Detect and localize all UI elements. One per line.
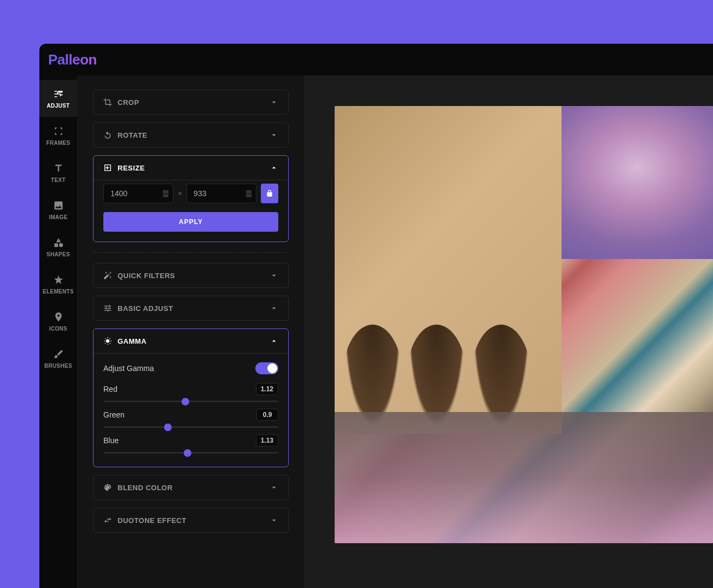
app-window: Palleon ADJUST FRAMES TEXT IMAGE SHAPES xyxy=(39,44,713,588)
sidebar-label: SHAPES xyxy=(46,251,70,257)
adjust-panel: CROP ROTATE RESIZE xyxy=(78,75,304,588)
basic-adjust-accordion[interactable]: BASIC ADJUST xyxy=(93,296,289,321)
sidebar-item-elements[interactable]: ELEMENTS xyxy=(39,266,77,303)
crop-title: CROP xyxy=(118,98,139,107)
crop-accordion[interactable]: CROP xyxy=(93,90,289,115)
resize-header[interactable]: RESIZE xyxy=(93,156,288,180)
text-icon xyxy=(53,163,64,174)
blue-slider[interactable] xyxy=(103,452,278,454)
gamma-body: Adjust Gamma Red 1.12 xyxy=(93,353,288,467)
resize-body: × APPLY xyxy=(93,180,288,242)
sliders-icon xyxy=(53,89,64,99)
image-decoration xyxy=(335,412,713,543)
green-label: Green xyxy=(103,410,125,419)
green-slider-group: Green 0.9 xyxy=(103,405,278,431)
panel-divider xyxy=(93,252,289,253)
blue-value: 1.13 xyxy=(256,434,278,446)
sidebar-item-icons[interactable]: ICONS xyxy=(39,303,77,340)
blend-color-title: BLEND COLOR xyxy=(118,484,173,492)
sidebar-item-text[interactable]: TEXT xyxy=(39,154,77,191)
rotate-accordion[interactable]: ROTATE xyxy=(93,122,289,148)
blue-label: Blue xyxy=(103,436,119,445)
red-thumb[interactable] xyxy=(182,398,189,405)
green-value: 0.9 xyxy=(256,409,278,421)
duotone-header[interactable]: DUOTONE EFFECT xyxy=(93,508,288,532)
titlebar: Palleon xyxy=(39,44,713,75)
basic-adjust-header[interactable]: BASIC ADJUST xyxy=(93,296,288,320)
resize-accordion: RESIZE × xyxy=(93,155,289,242)
sidebar-label: BRUSHES xyxy=(44,363,72,369)
green-thumb[interactable] xyxy=(164,424,172,431)
gamma-toggle-row: Adjust Gamma xyxy=(103,357,278,380)
resize-title: RESIZE xyxy=(118,164,145,172)
swap-icon xyxy=(103,516,112,525)
gamma-title: GAMMA xyxy=(118,337,147,345)
sidebar-item-frames[interactable]: FRAMES xyxy=(39,117,77,154)
chevron-up-icon xyxy=(270,337,278,345)
crop-icon xyxy=(103,98,112,107)
shapes-icon xyxy=(53,237,64,248)
dimension-separator: × xyxy=(178,189,182,198)
sidebar-item-shapes[interactable]: SHAPES xyxy=(39,228,77,266)
green-slider[interactable] xyxy=(103,426,278,428)
height-spinner[interactable] xyxy=(246,190,252,197)
duotone-accordion[interactable]: DUOTONE EFFECT xyxy=(93,508,289,533)
chevron-up-icon xyxy=(270,163,278,172)
palette-icon xyxy=(103,483,112,492)
red-value: 1.12 xyxy=(256,383,278,395)
gamma-toggle-label: Adjust Gamma xyxy=(103,364,154,373)
rotate-header[interactable]: ROTATE xyxy=(93,123,288,147)
pin-icon xyxy=(53,311,64,322)
brightness-icon xyxy=(103,337,112,345)
sidebar-label: ELEMENTS xyxy=(43,289,74,295)
tune-icon xyxy=(103,304,112,313)
chevron-down-icon xyxy=(270,271,278,280)
chevron-down-icon xyxy=(270,516,278,525)
brush-icon xyxy=(53,349,64,360)
lock-icon xyxy=(266,190,273,197)
blend-color-accordion[interactable]: BLEND COLOR xyxy=(93,475,289,500)
frame-icon xyxy=(53,126,64,137)
height-input[interactable] xyxy=(194,189,246,198)
red-slider-group: Red 1.12 xyxy=(103,380,278,405)
red-label: Red xyxy=(103,385,118,393)
quick-filters-title: QUICK FILTERS xyxy=(118,272,175,280)
canvas-area[interactable] xyxy=(304,75,713,588)
width-input-wrap xyxy=(103,184,173,203)
sidebar-item-adjust[interactable]: ADJUST xyxy=(39,80,77,117)
duotone-title: DUOTONE EFFECT xyxy=(118,516,186,525)
brand-logo: Palleon xyxy=(48,51,97,68)
blue-slider-group: Blue 1.13 xyxy=(103,431,278,457)
apply-button[interactable]: APPLY xyxy=(103,212,278,232)
rotate-icon xyxy=(103,131,112,139)
blue-thumb[interactable] xyxy=(184,449,191,457)
chevron-down-icon xyxy=(270,98,278,107)
blend-color-header[interactable]: BLEND COLOR xyxy=(93,475,288,499)
gamma-toggle[interactable] xyxy=(255,362,278,374)
red-slider[interactable] xyxy=(103,401,278,402)
sidebar-label: TEXT xyxy=(51,177,66,183)
sidebar-label: ICONS xyxy=(49,326,67,332)
canvas-image[interactable] xyxy=(335,106,713,543)
image-icon xyxy=(53,200,64,211)
width-spinner[interactable] xyxy=(163,190,168,197)
chevron-down-icon xyxy=(270,304,278,313)
quick-filters-accordion[interactable]: QUICK FILTERS xyxy=(93,263,289,288)
quick-filters-header[interactable]: QUICK FILTERS xyxy=(93,263,288,287)
lock-aspect-button[interactable] xyxy=(261,184,278,203)
rotate-title: ROTATE xyxy=(118,131,148,139)
sidebar-item-brushes[interactable]: BRUSHES xyxy=(39,340,77,377)
sidebar-item-image[interactable]: IMAGE xyxy=(39,191,77,228)
width-input[interactable] xyxy=(110,189,163,198)
app-body: ADJUST FRAMES TEXT IMAGE SHAPES ELEMENTS xyxy=(39,75,713,588)
crop-header[interactable]: CROP xyxy=(93,90,288,114)
toggle-knob xyxy=(267,363,277,373)
resize-inputs: × xyxy=(103,184,278,203)
sidebar-label: IMAGE xyxy=(49,214,67,220)
wand-icon xyxy=(103,271,112,280)
resize-icon xyxy=(103,163,112,172)
chevron-down-icon xyxy=(270,483,278,492)
star-icon xyxy=(53,274,64,285)
chevron-down-icon xyxy=(270,131,278,139)
gamma-header[interactable]: GAMMA xyxy=(93,329,288,353)
